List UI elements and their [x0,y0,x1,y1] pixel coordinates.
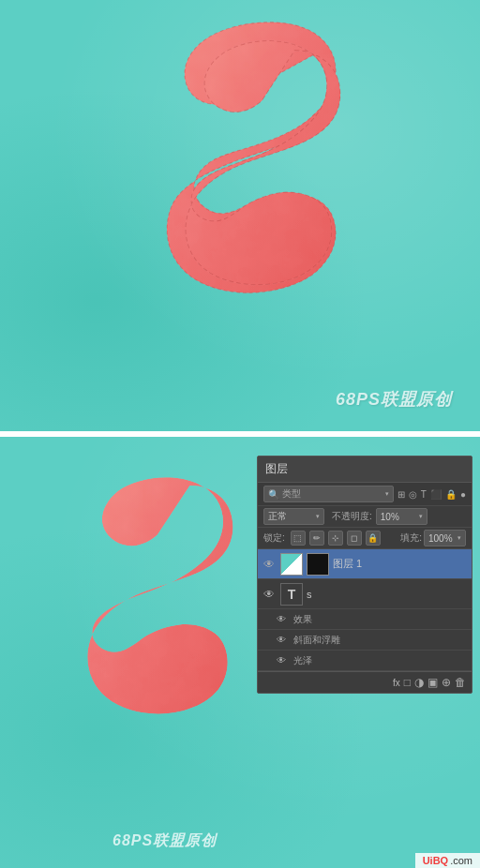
eye-icon-gloss[interactable]: 👁 [277,655,290,666]
gloss-label: 光泽 [293,654,312,667]
eye-icon-effects[interactable]: 👁 [277,614,290,624]
eye-icon-layer1[interactable]: 👁 [263,558,277,571]
image-filter-icon[interactable]: ⊞ [398,489,405,500]
text-filter-icon[interactable]: T [421,489,427,500]
fill-value: 100% [428,533,453,544]
layer-item-2[interactable]: 👁 T s [258,579,472,609]
search-icon: 🔍 [268,489,279,500]
watermark-top: 68PS联盟原创 [336,388,452,411]
opacity-arrow: ▾ [419,513,423,520]
lock-position-btn[interactable]: ⊹ [328,531,343,546]
lock-fill-row: 锁定: ⬚ ✏ ⊹ ◻ 🔒 填充: 100% ▾ [258,528,472,549]
new-group-icon[interactable]: □ [404,676,411,689]
layer-mask-thumb-1 [307,553,329,576]
smart-filter-icon[interactable]: 🔒 [445,489,457,500]
bevel-label: 斜面和浮雕 [293,634,340,647]
uibq-watermark: UiBQ .com [415,853,480,868]
fx-icon[interactable]: fx [393,678,400,688]
fill-input[interactable]: 100% ▾ [424,530,466,546]
delete-layer-icon[interactable]: 🗑 [455,676,466,689]
panel-icon-group: ⊞ ◎ T ⬛ 🔒 ● [398,489,466,500]
fill-label: 填充: [400,531,422,545]
panel-bottom-icons: fx □ ◑ ▣ ⊕ 🗑 [258,671,472,693]
blend-mode-dropdown[interactable]: 正常 ▾ [263,508,324,525]
opacity-label: 不透明度: [332,510,372,523]
uibq-domain: .com [450,855,472,866]
lock-all-btn[interactable]: 🔒 [366,531,381,546]
blend-dropdown-arrow: ▾ [316,513,320,520]
lock-transparent-btn[interactable]: ⬚ [291,531,306,546]
s-letter-bottom [28,456,244,812]
type-dropdown-arrow[interactable]: ▾ [385,490,389,498]
type-search-box[interactable]: 🔍 类型 ▾ [263,486,394,502]
shape-filter-icon[interactable]: ⬛ [430,489,442,500]
layer-mask-icon[interactable]: ▣ [428,676,438,689]
text-layer-thumb-2: T [280,583,303,606]
blend-mode-label: 正常 [268,510,287,523]
eye-icon-layer2[interactable]: 👁 [263,588,277,601]
layers-panel: 图层 🔍 类型 ▾ ⊞ ◎ T ⬛ 🔒 ● 正常 ▾ 不透明度: [257,456,472,694]
s-svg-bottom [28,456,244,812]
new-layer-icon[interactable]: ⊕ [442,676,451,689]
gloss-item: 👁 光泽 [258,651,472,671]
s-svg-top [109,19,371,375]
fill-group: 填充: 100% ▾ [400,530,466,546]
blend-opacity-row: 正常 ▾ 不透明度: 10% ▾ [258,506,472,528]
search-type-row: 🔍 类型 ▾ ⊞ ◎ T ⬛ 🔒 ● [258,483,472,506]
effects-group: 👁 效果 [258,609,472,630]
lock-artboard-btn[interactable]: ◻ [347,531,362,546]
watermark-bottom: 68PS联盟原创 [112,831,217,851]
top-canvas-area: 68PS联盟原创 [0,0,480,431]
eye-icon-bevel[interactable]: 👁 [277,635,290,645]
layer-thumb-1 [280,553,303,576]
bottom-canvas-area: 68PS联盟原创 图层 🔍 类型 ▾ ⊞ ◎ T ⬛ 🔒 ● 正常 [0,437,480,868]
lock-image-btn[interactable]: ✏ [309,531,324,546]
s-letter-top [109,19,371,375]
uibq-logo-text: UiBQ [423,855,449,866]
layer-item-1[interactable]: 👁 图层 1 [258,549,472,579]
lock-label: 锁定: [263,531,285,545]
adjust-filter-icon[interactable]: ◎ [409,489,417,500]
panel-title: 图层 [258,456,472,483]
adjustment-layer-icon[interactable]: ◑ [414,676,424,689]
type-label: 类型 [282,487,301,501]
dot-filter-icon[interactable]: ● [460,489,466,500]
bevel-emboss-item: 👁 斜面和浮雕 [258,630,472,651]
opacity-input[interactable]: 10% ▾ [376,508,428,525]
effects-label: 效果 [293,613,312,626]
layer-name-2: s [307,589,312,600]
opacity-value: 10% [381,512,399,522]
layer-name-1: 图层 1 [333,557,362,571]
